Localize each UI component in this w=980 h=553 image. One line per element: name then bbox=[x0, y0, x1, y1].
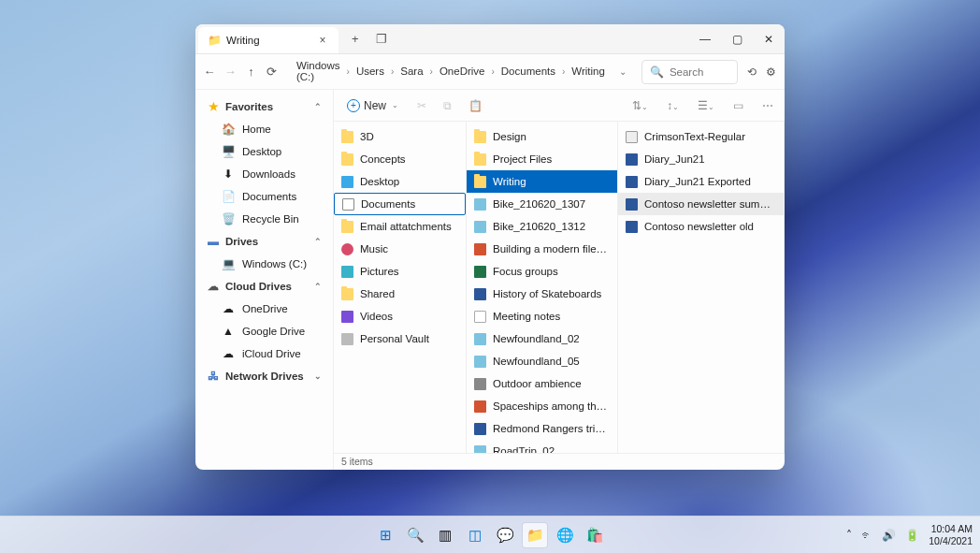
clock[interactable]: 10:04 AM 10/4/2021 bbox=[929, 523, 973, 546]
search-icon: 🔍 bbox=[650, 65, 664, 79]
search-input[interactable] bbox=[670, 66, 729, 78]
search-box[interactable]: 🔍 bbox=[641, 60, 738, 84]
back-button[interactable]: ← bbox=[203, 65, 216, 79]
file-item[interactable]: Music bbox=[334, 238, 466, 260]
file-item[interactable]: Writing bbox=[467, 170, 617, 193]
file-item[interactable]: Newfoundland_05 bbox=[467, 350, 617, 372]
store-button[interactable]: 🛍️ bbox=[583, 523, 607, 547]
tray-overflow-button[interactable]: ˄ bbox=[846, 529, 852, 542]
chat-button[interactable]: 💬 bbox=[493, 523, 517, 547]
wifi-icon[interactable]: ᯤ bbox=[861, 529, 872, 542]
file-item[interactable]: Bike_210620_1312 bbox=[467, 215, 617, 238]
file-item[interactable]: Outdoor ambience bbox=[467, 372, 617, 395]
cut-button[interactable]: ✂ bbox=[413, 95, 430, 116]
file-item[interactable]: Diary_Jun21 bbox=[618, 148, 784, 170]
breadcrumb-segment[interactable]: Sara bbox=[397, 64, 425, 79]
sidebar-item-google-drive[interactable]: ▲Google Drive bbox=[199, 320, 329, 342]
file-item[interactable]: Concepts bbox=[334, 148, 466, 170]
sidebar-item-icloud-drive[interactable]: ☁iCloud Drive bbox=[199, 342, 329, 365]
file-item[interactable]: Redmond Rangers triathalon bbox=[467, 417, 617, 440]
up-button[interactable]: ↑ bbox=[244, 65, 257, 79]
close-button[interactable]: ✕ bbox=[753, 24, 785, 53]
sidebar-item-documents[interactable]: 📄Documents bbox=[199, 185, 329, 208]
more-button[interactable]: ⋯ bbox=[758, 95, 777, 116]
start-button[interactable]: ⊞ bbox=[373, 523, 397, 547]
sidebar-item-label: iCloud Drive bbox=[242, 348, 301, 359]
edge-button[interactable]: 🌐 bbox=[553, 523, 577, 547]
file-item[interactable]: Bike_210620_1307 bbox=[467, 193, 617, 215]
widgets-button[interactable]: ◫ bbox=[463, 523, 487, 547]
explorer-button[interactable]: 📁 bbox=[523, 523, 547, 547]
file-item[interactable]: Documents bbox=[334, 193, 466, 215]
file-item[interactable]: 3D bbox=[334, 125, 466, 148]
sidebar-section-drives[interactable]: ▬ Drives ⌃ bbox=[199, 230, 329, 253]
new-tab-button[interactable]: + bbox=[352, 32, 359, 46]
tab-writing[interactable]: 📁 Writing × bbox=[198, 27, 339, 53]
sidebar-item-icon: ☁ bbox=[222, 347, 235, 360]
file-item[interactable]: Project Files bbox=[467, 148, 617, 170]
chevron-down-icon: ⌄ bbox=[392, 101, 398, 109]
file-item[interactable]: Contoso newsletter old bbox=[618, 215, 784, 238]
chevron-icon: ⌃ bbox=[314, 102, 322, 111]
file-item[interactable]: Diary_Jun21 Exported bbox=[618, 170, 784, 193]
taskview-button[interactable]: ▥ bbox=[433, 523, 457, 547]
file-item[interactable]: Contoso newsletter summe… bbox=[618, 193, 784, 215]
sidebar-item-onedrive[interactable]: ☁OneDrive bbox=[199, 298, 329, 320]
new-button[interactable]: + New ⌄ bbox=[341, 96, 404, 115]
file-item[interactable]: Email attatchments bbox=[334, 215, 466, 238]
battery-icon[interactable]: 🔋 bbox=[905, 529, 919, 542]
sidebar-item-label: Desktop bbox=[242, 146, 281, 157]
copy-button[interactable]: ⧉ bbox=[440, 95, 455, 116]
volume-icon[interactable]: 🔊 bbox=[882, 529, 896, 542]
details-pane-button[interactable]: ▭ bbox=[729, 95, 747, 116]
breadcrumb-segment[interactable]: Documents bbox=[498, 64, 558, 79]
sidebar-item-desktop[interactable]: 🖥️Desktop bbox=[199, 140, 329, 163]
address-dropdown-button[interactable]: ⌄ bbox=[619, 66, 627, 77]
breadcrumb-segment[interactable]: Windows (C:) bbox=[294, 58, 343, 84]
sidebar-item-label: Windows (C:) bbox=[242, 258, 307, 269]
sidebar-item-downloads[interactable]: ⬇Downloads bbox=[199, 163, 329, 185]
minimize-button[interactable]: — bbox=[689, 24, 721, 53]
breadcrumb-segment[interactable]: Writing bbox=[569, 64, 608, 79]
file-item[interactable]: Newfoundland_02 bbox=[467, 327, 617, 350]
file-item[interactable]: Desktop bbox=[334, 170, 466, 193]
file-item[interactable]: Pictures bbox=[334, 260, 466, 283]
sidebar-item-recycle-bin[interactable]: 🗑️Recycle Bin bbox=[199, 208, 329, 230]
file-item[interactable]: RoadTrip_02 bbox=[467, 440, 617, 453]
maximize-button[interactable]: ▢ bbox=[721, 24, 753, 53]
file-item[interactable]: Personal Vault bbox=[334, 327, 466, 350]
sidebar-item-home[interactable]: 🏠Home bbox=[199, 118, 329, 140]
file-item[interactable]: Meeting notes bbox=[467, 305, 617, 327]
sidebar-item-icon: 🗑️ bbox=[222, 212, 235, 226]
file-item[interactable]: Design bbox=[467, 125, 617, 148]
view-button[interactable]: ↕⌄ bbox=[663, 95, 683, 116]
doc-icon bbox=[342, 198, 354, 211]
breadcrumb-segment[interactable]: OneDrive bbox=[437, 64, 488, 79]
sort-button[interactable]: ⇅⌄ bbox=[628, 95, 652, 116]
file-item[interactable]: Videos bbox=[334, 305, 466, 327]
popout-button[interactable]: ❐ bbox=[376, 32, 387, 46]
sync-button[interactable]: ⟲ bbox=[745, 65, 757, 79]
taskbar-search-button[interactable]: 🔍 bbox=[403, 523, 427, 547]
sidebar-item-windows-c-[interactable]: 💻Windows (C:) bbox=[199, 253, 329, 275]
file-item[interactable]: Focus groups bbox=[467, 260, 617, 283]
group-button[interactable]: ☰⌄ bbox=[694, 95, 718, 116]
sidebar-item-label: Recycle Bin bbox=[242, 213, 299, 225]
refresh-button[interactable]: ⟳ bbox=[266, 65, 279, 79]
forward-button[interactable]: → bbox=[223, 65, 237, 79]
settings-button[interactable]: ⚙ bbox=[765, 65, 777, 79]
file-item[interactable]: CrimsonText-Regular bbox=[618, 125, 784, 148]
file-item[interactable]: Building a modern file explor… bbox=[467, 238, 617, 260]
sidebar-section-cloud[interactable]: ☁ Cloud Drives ⌃ bbox=[199, 275, 329, 298]
file-item[interactable]: Shared bbox=[334, 283, 466, 305]
file-item[interactable]: Spaceships among the stars bbox=[467, 395, 617, 417]
file-item[interactable]: History of Skateboards bbox=[467, 283, 617, 305]
paste-button[interactable]: 📋 bbox=[465, 95, 486, 116]
sidebar-section-favorites[interactable]: ★ Favorites ⌃ bbox=[199, 95, 329, 118]
breadcrumb-segment[interactable]: Users bbox=[353, 64, 387, 79]
breadcrumb[interactable]: Windows (C:)›Users›Sara›OneDrive›Documen… bbox=[286, 60, 634, 84]
sidebar-section-network[interactable]: 🖧 Network Drives ⌄ bbox=[199, 365, 329, 387]
word-icon bbox=[626, 198, 638, 211]
tab-close-button[interactable]: × bbox=[316, 34, 329, 47]
img-icon bbox=[474, 445, 486, 454]
